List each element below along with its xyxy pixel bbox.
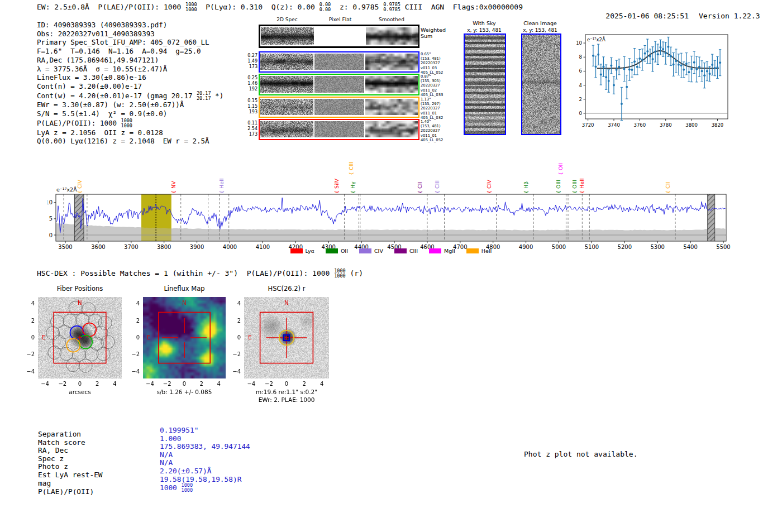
2dspec-row-right-labels: WeightedSum [421,27,446,39]
match-row-label: Match score [38,438,160,447]
2dspec-image-smooth [365,99,418,115]
svg-text:3800: 3800 [685,122,698,128]
cutout-xtick-label: 2 [298,381,311,387]
cutout-xtick-label: −2 [262,381,275,387]
2dspec-column-title: Pixel Flat [315,17,365,22]
match-row-label: Separation [38,430,160,438]
2dspec-row-left-labels: 0.151.15193 [244,98,258,114]
cutout-ytick-label: 2 [230,318,241,324]
svg-text:6: 6 [579,68,582,74]
text-segment: N/A [160,458,173,467]
cutout-xtick-label: 2 [195,381,208,387]
elixer-report-page: EW: 2.5±0.8Å P(LAE)/P(OII): 1000 1000100… [0,0,782,532]
2dspec-row [259,51,419,73]
stacked-fraction: 10001000 [334,269,345,279]
legend-swatch [466,248,479,253]
match-table-row: P(LAE)/P(OII)1000 10001000 [38,487,250,495]
match-row-label: Spec z [38,454,160,463]
legend-label: OII [341,248,348,254]
2dspec-column-title: 2D Spec [262,17,312,22]
legend-label: CIII [409,248,418,254]
lineflux-map-title: Lineflux Map [143,285,226,293]
svg-text:e⁻¹⁷x2Å: e⁻¹⁷x2Å [587,36,605,42]
text-segment: 19.58(19.58,19.58)R [160,475,241,483]
cutout-xtick-label: −4 [39,381,52,387]
svg-text:0: 0 [579,111,582,116]
line-marker-label-oii: { OII [557,163,564,175]
line-marker-label-ciii: { CIII [348,162,355,175]
withsky-coords: x, y: 153, 481 [462,27,506,33]
cutout-ytick-label: 0 [23,334,35,341]
cutout-ytick-label: −2 [23,351,35,357]
2dspec-row [259,97,419,118]
compass-north: N [182,300,186,306]
cutout-xtick-label: −2 [160,381,174,387]
text-segment: (r) [346,269,363,277]
cutout-ytick-label: 2 [128,318,140,324]
cutout-ytick-label: 4 [230,300,241,306]
legend-label: Lyα [306,248,314,254]
match-row-label: mag [38,479,160,487]
legend-label: MgII [444,248,455,254]
2dspec-row-right-labels: 0.87"(155, 305)20220327v011_02405_LL_033 [421,74,443,97]
cutout-ytick-label: 0 [230,334,241,341]
legend-swatch [326,248,338,253]
2dspec-image-spec2d [261,27,314,45]
legend-item-ciii: CIII [394,248,418,254]
cutout-xtick-label: 4 [212,381,226,387]
legend-swatch [394,248,407,253]
legend-item-lyα: Lyα [290,248,314,254]
2dspec-image-smooth [365,54,418,70]
svg-text:8: 8 [579,54,582,60]
cutout-ytick-label: 4 [128,300,140,306]
2dspec-row [259,25,419,48]
text-segment: 175.869383, 49.947144 [160,442,250,450]
cutout-xtick-label: −4 [143,381,156,387]
cutout-xtick-label: 4 [108,381,121,387]
cutout-ytick-label: 4 [23,300,35,306]
cutout-xtick-label: 2 [90,381,104,387]
compass-east: E [147,334,150,341]
cleanimage-title-text: Clean Image [518,20,562,27]
cutout-xtick-label: −4 [245,381,258,387]
svg-text:0: 0 [49,232,53,238]
match-row-value: 1.000 [160,434,182,443]
report-date: 2025-01-06 08:25:51 [605,12,689,20]
2dspec-row [259,74,419,95]
cutout-xtick-label: 0 [178,381,191,387]
svg-text:4: 4 [579,83,582,88]
cutout-ytick-label: −4 [23,368,35,375]
match-row-value: 19.58(19.58,19.58)R [160,475,241,483]
2dspec-column-title: Smoothed [366,17,417,22]
legend-item-civ: CIV [359,248,383,254]
fiber-positions-overlay [38,297,122,378]
2dspec-image-spec2d [260,99,313,115]
cutout-xtick-label: 0 [280,381,293,387]
match-row-value: 2.20(±0.57)Å [160,467,211,475]
match-row-label: RA, Dec [38,446,160,454]
line-fit-plot: 3720374037603780380038200246810e⁻¹⁷x2Å [575,28,735,134]
match-row-value: N/A [160,450,173,459]
2dspec-image-flat [314,121,364,137]
legend-swatch [429,248,441,253]
2dspec-image-smooth [365,121,418,137]
2dspec-image-flat [314,54,364,70]
2dspec-row [259,119,419,140]
hsc-cutout-overlay [244,297,329,378]
photz-note: Phot z plot not available. [524,450,638,458]
compass-east: E [42,334,45,341]
match-row-label: Photo z [38,462,160,471]
match-table-row: Separation0.199951" [38,430,250,438]
cutout-ytick-label: 0 [128,334,140,341]
2d-spectra-panel: 2D SpecPixel FlatSmoothedWeightedSum0.27… [0,0,447,145]
spectrum-legend: LyαOIICIVCIIIMgIIHeII [56,248,726,254]
compass-north: N [78,300,82,306]
svg-text:3820: 3820 [712,122,724,128]
cutout-ytick-label: −2 [230,351,241,357]
match-row-value: 175.869383, 49.947144 [160,442,250,450]
2dspec-image-flat [314,99,364,115]
cleanimage-coords: x, y: 153, 481 [518,27,562,33]
cutout-xtick-label: 4 [315,381,328,387]
match-table-row: mag19.58(19.58,19.58)R [38,479,250,487]
2dspec-image-smooth [366,27,418,45]
